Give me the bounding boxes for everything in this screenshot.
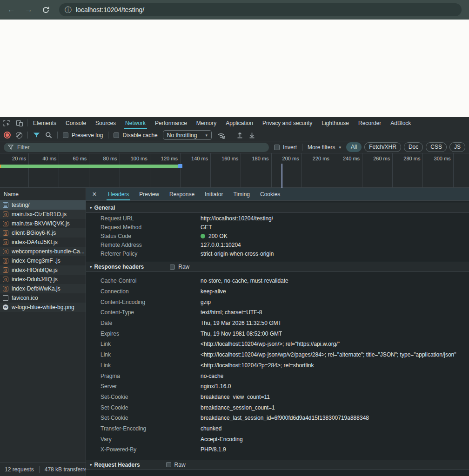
- raw-toggle[interactable]: Raw: [166, 462, 186, 468]
- devtools-tab[interactable]: Console: [61, 117, 91, 129]
- checkbox[interactable]: [274, 145, 280, 150]
- devtools-tab[interactable]: Recorder: [354, 117, 386, 129]
- disclosure-triangle-icon: ▾: [90, 205, 92, 210]
- name-column-header[interactable]: Name: [0, 188, 86, 200]
- devtools-tab[interactable]: Application: [221, 117, 258, 129]
- inspect-element-icon[interactable]: [0, 117, 13, 129]
- header-row: Date Thu, 19 Mar 2026 11:32:50 GMT: [86, 318, 469, 329]
- checkbox[interactable]: [166, 462, 171, 467]
- raw-toggle[interactable]: Raw: [170, 264, 189, 270]
- request-type-pill[interactable]: All: [346, 142, 362, 152]
- checkbox[interactable]: [170, 264, 175, 270]
- record-icon[interactable]: [4, 132, 11, 139]
- request-row[interactable]: client-BGioy6-K.js: [0, 228, 86, 238]
- request-type-pill[interactable]: CSS: [426, 142, 447, 152]
- import-har-icon[interactable]: [236, 132, 243, 139]
- request-type-pill[interactable]: JS: [449, 142, 465, 152]
- request-headers-section-header[interactable]: ▾ Request Headers Raw: [86, 460, 469, 470]
- general-section-header[interactable]: ▾ General: [86, 203, 469, 213]
- divider: [27, 119, 27, 126]
- checkbox[interactable]: [114, 132, 119, 138]
- general-rows: Request URL http://localhost:10204/testi…: [86, 214, 469, 258]
- request-row[interactable]: index-DefbWwKa.js: [0, 284, 86, 293]
- request-detail-panel: × Headers Preview Response Initiator Tim…: [86, 188, 469, 476]
- header-name: Pragma: [100, 373, 201, 379]
- clear-icon[interactable]: [16, 132, 22, 139]
- request-type-pill[interactable]: Fetch/XHR: [364, 142, 401, 152]
- header-row: Content-Encoding gzip: [86, 297, 469, 307]
- filter-input[interactable]: Filter: [4, 143, 269, 152]
- close-icon[interactable]: ×: [86, 188, 103, 200]
- header-row: Expires Thu, 19 Nov 1981 08:52:00 GMT: [86, 328, 469, 339]
- preserve-log-checkbox[interactable]: Preserve log: [63, 132, 103, 139]
- network-filter-row: Filter Invert More filters ▾ All Fetch/X…: [0, 141, 469, 153]
- filter-toggle-icon[interactable]: [33, 132, 40, 139]
- tick-label: 260 ms: [362, 153, 392, 161]
- detail-tab[interactable]: Initiator: [200, 188, 228, 200]
- more-filters-button[interactable]: More filters ▾: [308, 144, 341, 151]
- detail-tab[interactable]: Cookies: [255, 188, 285, 200]
- devtools-tab[interactable]: Privacy and security: [258, 117, 317, 129]
- devtools-tab[interactable]: AdBlock: [386, 117, 415, 129]
- file-type-icon: [3, 239, 8, 245]
- request-row[interactable]: index-Cmeg3mF-.js: [0, 256, 86, 265]
- network-main: Name testing/ main.tsx-CtzEbR1O.js: [0, 188, 469, 476]
- tick-label: 240 ms: [332, 153, 362, 161]
- detail-tab[interactable]: Headers: [103, 188, 134, 200]
- header-name: Remote Address: [100, 242, 201, 248]
- response-headers-section-header[interactable]: ▾ Response headers Raw: [86, 262, 469, 272]
- devtools-tab[interactable]: Lighthouse: [317, 117, 354, 129]
- header-value: text/html; charset=UTF-8: [201, 309, 262, 316]
- request-row[interactable]: favicon.ico: [0, 293, 86, 303]
- request-type-pill[interactable]: Doc: [404, 142, 423, 152]
- throttling-value: No throttling: [167, 132, 197, 139]
- invert-checkbox[interactable]: Invert: [274, 144, 297, 151]
- forward-icon[interactable]: →: [25, 5, 33, 14]
- request-row[interactable]: main.tsx-CtzEbR1O.js: [0, 210, 86, 219]
- reload-icon[interactable]: [42, 6, 50, 14]
- request-row[interactable]: index-HIOnbfQe.js: [0, 265, 86, 275]
- section-title: Request Headers: [94, 462, 140, 468]
- detail-tab[interactable]: Response: [164, 188, 200, 200]
- site-info-icon[interactable]: ⓘ: [65, 6, 72, 14]
- tick-label: 100 ms: [120, 153, 150, 161]
- header-name: Transfer-Encoding: [100, 425, 201, 432]
- checkbox[interactable]: [63, 132, 68, 138]
- back-icon[interactable]: ←: [7, 5, 15, 14]
- devtools-tab[interactable]: Memory: [192, 117, 221, 129]
- request-row[interactable]: testing/: [0, 200, 86, 210]
- devtools-tab[interactable]: Network: [121, 117, 150, 129]
- request-name: favicon.ico: [12, 295, 38, 301]
- section-title: General: [94, 205, 115, 211]
- devtools-tab[interactable]: Performance: [150, 117, 192, 129]
- page-viewport[interactable]: [0, 20, 469, 117]
- header-row: Link <http://localhost:10204/wp-json/>; …: [86, 339, 469, 350]
- header-value: chunked: [201, 425, 221, 432]
- request-row[interactable]: w-logo-blue-white-bg.png: [0, 303, 86, 312]
- header-value: <http://localhost:10204/?p=284>; rel=sho…: [201, 362, 314, 369]
- request-row[interactable]: index-DdubJ4IQ.js: [0, 275, 86, 284]
- request-row[interactable]: index-DA4uJ5Kf.js: [0, 238, 86, 247]
- detail-tab[interactable]: Timing: [228, 188, 255, 200]
- disable-cache-checkbox[interactable]: Disable cache: [114, 132, 157, 139]
- header-value: Thu, 19 Nov 1981 08:52:00 GMT: [201, 331, 282, 337]
- export-har-icon[interactable]: [248, 132, 255, 139]
- throttling-select[interactable]: No throttling ▾: [163, 130, 212, 140]
- devtools-tab[interactable]: Elements: [28, 117, 61, 129]
- devtools-tab[interactable]: Sources: [91, 117, 121, 129]
- chevron-down-icon: ▾: [339, 145, 341, 150]
- request-row[interactable]: webcomponents-bundle-Ca...: [0, 247, 86, 256]
- network-overview-timeline[interactable]: 20 ms 40 ms 60 ms 80 ms 100 ms 120 ms 14…: [0, 153, 469, 188]
- request-row[interactable]: main.tsx-BKVWIQVK.js: [0, 219, 86, 228]
- detail-tab[interactable]: Preview: [134, 188, 164, 200]
- disclosure-triangle-icon: ▾: [90, 463, 92, 467]
- chevron-down-icon: ▾: [205, 133, 208, 138]
- device-toolbar-icon[interactable]: [13, 117, 26, 129]
- header-value: breakdance_last_session_id=6f900fd6d9a4d…: [201, 415, 369, 421]
- file-type-icon: [3, 286, 8, 291]
- request-name: webcomponents-bundle-Ca...: [12, 248, 85, 255]
- network-conditions-icon[interactable]: [217, 131, 226, 139]
- search-icon[interactable]: [45, 132, 52, 139]
- address-bar[interactable]: ⓘ localhost:10204/testing/: [59, 3, 462, 16]
- request-name: testing/: [12, 202, 30, 208]
